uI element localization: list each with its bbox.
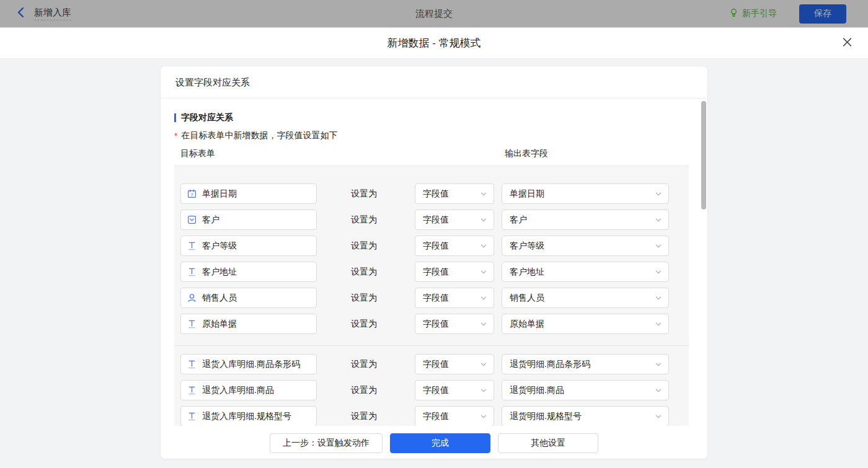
value-mode-select[interactable]: 字段值 xyxy=(415,288,494,308)
chevron-down-icon xyxy=(655,268,662,276)
text-icon xyxy=(187,386,197,395)
value-mode-select[interactable]: 字段值 xyxy=(415,262,494,282)
top-bar: 新增入库 流程提交 新手引导 保存 xyxy=(0,0,868,28)
target-field-box[interactable]: 退货入库明细.商品条形码 xyxy=(180,354,317,374)
chevron-down-icon xyxy=(480,294,487,302)
chevron-down-icon xyxy=(655,413,662,420)
chevron-down-icon xyxy=(480,387,487,394)
value-mode-select[interactable]: 字段值 xyxy=(415,210,494,230)
set-as-label: 设置为 xyxy=(351,288,377,308)
chevron-down-icon xyxy=(655,190,662,198)
mapping-row: 客户 设置为 字段值 客户 xyxy=(174,210,689,230)
set-as-label: 设置为 xyxy=(351,183,377,204)
chevron-down-icon xyxy=(655,294,662,302)
target-field-box[interactable]: 退货入库明细.商品 xyxy=(180,380,317,400)
value-mode-select[interactable]: 字段值 xyxy=(415,183,494,204)
chevron-down-icon xyxy=(480,242,487,250)
chevron-down-icon xyxy=(480,190,487,198)
output-field-select[interactable]: 退货明细.规格型号 xyxy=(502,406,669,426)
set-as-label: 设置为 xyxy=(351,406,377,426)
target-field-box[interactable]: 退货入库明细.规格型号 xyxy=(180,406,317,426)
field-group: 退货入库明细.商品条形码 设置为 字段值 退货明细.商品条形码 退货入库明细.商… xyxy=(174,345,689,426)
text-icon xyxy=(187,412,197,421)
note-text: 在目标表单中新增数据，字段值设置如下 xyxy=(181,130,337,141)
field-mapping-card: 设置字段对应关系 字段对应关系 * 在目标表单中新增数据，字段值设置如下 目标表… xyxy=(161,66,707,459)
target-field-box[interactable]: 客户 xyxy=(180,210,317,230)
target-field-box[interactable]: 客户等级 xyxy=(180,236,317,256)
card-title: 设置字段对应关系 xyxy=(161,66,707,99)
value-mode-select[interactable]: 字段值 xyxy=(415,314,494,334)
chevron-down-icon xyxy=(480,216,487,224)
target-field-box[interactable]: 原始单据 xyxy=(180,314,317,334)
close-icon xyxy=(842,37,852,50)
mapping-row: 退货入库明细.商品 设置为 字段值 退货明细.商品 xyxy=(174,380,689,400)
chevron-down-icon xyxy=(655,361,662,368)
output-field-select[interactable]: 客户地址 xyxy=(502,262,669,282)
value-mode-select[interactable]: 字段值 xyxy=(415,406,494,426)
mapping-row: 退货入库明细.商品条形码 设置为 字段值 退货明细.商品条形码 xyxy=(174,354,689,374)
output-field-select[interactable]: 原始单据 xyxy=(502,314,669,334)
target-field-box[interactable]: 销售人员 xyxy=(180,288,317,308)
text-icon xyxy=(187,319,197,329)
mapping-rows-area: 7 单据日期 设置为 字段值 单据日期 客户 设置为 字段值 客户 xyxy=(174,166,689,426)
output-field-select[interactable]: 退货明细.商品条形码 xyxy=(502,354,669,374)
chevron-down-icon xyxy=(655,387,662,394)
value-mode-select[interactable]: 字段值 xyxy=(415,236,494,256)
section-note: * 在目标表单中新增数据，字段值设置如下 xyxy=(174,130,694,142)
add-data-modal: 新增数据 - 常规模式 设置字段对应关系 字段对应关系 * 在目标表单中新增数据… xyxy=(0,28,868,468)
chevron-down-icon xyxy=(655,320,662,328)
modal-title: 新增数据 - 常规模式 xyxy=(387,36,480,50)
newbie-guide-label: 新手引导 xyxy=(742,8,777,19)
mapping-row: 客户等级 设置为 字段值 客户等级 xyxy=(174,236,689,256)
set-as-label: 设置为 xyxy=(351,354,377,374)
mapping-row: 原始单据 设置为 字段值 原始单据 xyxy=(174,314,689,334)
chevron-down-icon xyxy=(480,413,487,420)
required-asterisk: * xyxy=(174,131,177,141)
date-icon: 7 xyxy=(187,189,197,198)
mapping-row: 客户地址 设置为 字段值 客户地址 xyxy=(174,262,689,282)
column-header-output-fields: 输出表字段 xyxy=(505,148,548,159)
output-field-select[interactable]: 单据日期 xyxy=(502,183,669,204)
mapping-row: 销售人员 设置为 字段值 销售人员 xyxy=(174,288,689,308)
output-field-select[interactable]: 退货明细.商品 xyxy=(502,380,669,400)
done-button[interactable]: 完成 xyxy=(390,433,490,453)
mapping-row: 退货入库明细.规格型号 设置为 字段值 退货明细.规格型号 xyxy=(174,406,689,426)
chevron-down-icon xyxy=(655,242,662,250)
newbie-guide-link[interactable]: 新手引导 xyxy=(729,8,777,19)
section-title: 字段对应关系 xyxy=(174,112,694,123)
lightbulb-icon xyxy=(729,8,738,19)
column-header-target-form: 目标表单 xyxy=(180,148,215,159)
svg-text:7: 7 xyxy=(190,192,193,198)
user-icon xyxy=(187,293,197,302)
output-field-select[interactable]: 客户等级 xyxy=(502,236,669,256)
set-as-label: 设置为 xyxy=(351,262,377,282)
set-as-label: 设置为 xyxy=(351,210,377,230)
chevron-down-icon xyxy=(655,216,662,224)
text-icon xyxy=(187,267,197,276)
select-icon xyxy=(187,215,197,224)
scrollbar[interactable] xyxy=(701,101,706,210)
mapping-row: 7 单据日期 设置为 字段值 单据日期 xyxy=(174,183,689,204)
other-settings-button[interactable]: 其他设置 xyxy=(498,433,598,453)
value-mode-select[interactable]: 字段值 xyxy=(415,380,494,400)
chevron-down-icon xyxy=(480,361,487,368)
value-mode-select[interactable]: 字段值 xyxy=(415,354,494,374)
modal-footer: 上一步：设置触发动作 完成 其他设置 xyxy=(161,428,707,459)
save-button[interactable]: 保存 xyxy=(799,4,846,24)
text-icon xyxy=(187,241,197,250)
set-as-label: 设置为 xyxy=(351,236,377,256)
chevron-down-icon xyxy=(480,320,487,328)
output-field-select[interactable]: 销售人员 xyxy=(502,288,669,308)
field-group: 7 单据日期 设置为 字段值 单据日期 客户 设置为 字段值 客户 xyxy=(174,183,689,334)
target-field-box[interactable]: 7 单据日期 xyxy=(180,183,317,204)
prev-step-button[interactable]: 上一步：设置触发动作 xyxy=(270,433,383,453)
output-field-select[interactable]: 客户 xyxy=(502,210,669,230)
section-accent-bar xyxy=(174,113,176,122)
set-as-label: 设置为 xyxy=(351,380,377,400)
text-icon xyxy=(187,360,197,369)
chevron-down-icon xyxy=(480,268,487,276)
target-field-box[interactable]: 客户地址 xyxy=(180,262,317,282)
close-button[interactable] xyxy=(842,37,852,50)
set-as-label: 设置为 xyxy=(351,314,377,334)
